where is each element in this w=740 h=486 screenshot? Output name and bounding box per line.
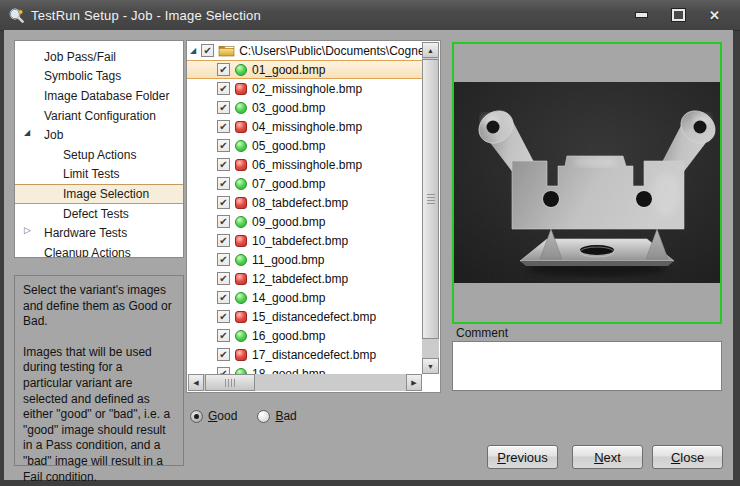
checkbox-icon[interactable]: ✔ (217, 120, 230, 133)
file-row[interactable]: ✔03_good.bmp (187, 98, 423, 117)
comment-input[interactable] (452, 341, 722, 391)
good-status-icon (235, 64, 247, 76)
file-name: 02_missinghole.bmp (252, 82, 362, 96)
file-row[interactable]: ✔10_tabdefect.bmp (187, 231, 423, 250)
scroll-left-button[interactable]: ◀ (188, 374, 204, 391)
expanded-triangle-icon[interactable]: ◢ (24, 128, 30, 137)
close-window-button[interactable]: ✕ (709, 9, 720, 22)
file-row[interactable]: ✔11_good.bmp (187, 250, 423, 269)
radio-good[interactable]: Good (190, 409, 237, 423)
sidebar-item-job-pass-fail[interactable]: Job Pass/Fail (15, 47, 183, 67)
checkbox-icon[interactable]: ✔ (217, 310, 230, 323)
description-paragraph: Select the variant's images and define t… (23, 283, 175, 330)
scroll-down-button[interactable]: ▼ (422, 358, 439, 374)
sidebar-item-defect-tests[interactable]: Defect Tests (15, 204, 183, 224)
checkbox-icon[interactable]: ✔ (217, 177, 230, 190)
sidebar-item-label: Image Selection (15, 187, 149, 201)
horizontal-scrollbar[interactable]: ◀ ▶ (188, 374, 422, 391)
sidebar-item-hardware-tests[interactable]: ▷Hardware Tests (15, 223, 183, 243)
sidebar-item-label: Variant Configuration (15, 109, 156, 123)
file-row[interactable]: ✔12_tabdefect.bmp (187, 269, 423, 288)
checkbox-icon[interactable]: ✔ (217, 101, 230, 114)
close-button[interactable]: Close (652, 445, 723, 469)
checkbox-icon[interactable]: ✔ (217, 139, 230, 152)
checkbox-icon[interactable]: ✔ (217, 215, 230, 228)
bad-status-icon (235, 159, 247, 171)
expanded-triangle-icon[interactable]: ◢ (190, 46, 196, 55)
file-name: 03_good.bmp (252, 101, 325, 115)
radio-label: Good (208, 409, 237, 423)
scroll-right-button[interactable]: ▶ (406, 374, 422, 391)
good-status-icon (235, 254, 247, 266)
sidebar-item-label: Cleanup Actions (15, 246, 131, 258)
checkbox-icon[interactable]: ✔ (217, 158, 230, 171)
sidebar-item-image-selection[interactable]: Image Selection (15, 184, 183, 204)
minimize-button[interactable] (635, 12, 648, 18)
file-name: 12_tabdefect.bmp (252, 272, 348, 286)
sidebar-item-label: Limit Tests (15, 167, 119, 181)
radio-button-icon[interactable] (190, 410, 203, 423)
file-row[interactable]: ✔08_tabdefect.bmp (187, 193, 423, 212)
file-name: 01_good.bmp (252, 63, 325, 77)
description-box: Select the variant's images and define t… (14, 275, 184, 466)
sidebar-item-image-database-folder[interactable]: Image Database Folder (15, 86, 183, 106)
good-status-icon (235, 140, 247, 152)
file-row[interactable]: ✔06_missinghole.bmp (187, 155, 423, 174)
sidebar-item-variant-configuration[interactable]: Variant Configuration (15, 106, 183, 126)
root-folder-path: C:\Users\Public\Documents\Cogne... (239, 44, 423, 58)
folder-root-row[interactable]: ◢ ✔ C:\Users\Public\Documents\Cogne... (187, 41, 423, 60)
vertical-scrollbar[interactable]: ▲ ▼ (422, 42, 439, 374)
classification-radios: GoodBad (190, 409, 297, 423)
sidebar-item-setup-actions[interactable]: Setup Actions (15, 145, 183, 165)
dialog-body: Job Pass/FailSymbolic TagsImage Database… (4, 30, 733, 480)
collapsed-triangle-icon[interactable]: ▷ (24, 225, 31, 235)
checkbox-icon[interactable]: ✔ (217, 348, 230, 361)
checkbox-icon[interactable]: ✔ (201, 44, 214, 57)
bad-status-icon (235, 197, 247, 209)
scroll-up-button[interactable]: ▲ (422, 42, 439, 58)
radio-button-icon[interactable] (257, 410, 270, 423)
checkbox-icon[interactable]: ✔ (217, 329, 230, 342)
sidebar-item-limit-tests[interactable]: Limit Tests (15, 165, 183, 185)
file-tree-rows: ◢ ✔ C:\Users\Public\Documents\Cogne... ✔… (187, 41, 423, 375)
sidebar-item-symbolic-tags[interactable]: Symbolic Tags (15, 67, 183, 87)
good-status-icon (235, 330, 247, 342)
vertical-scroll-thumb[interactable] (422, 59, 439, 339)
file-name: 10_tabdefect.bmp (252, 234, 348, 248)
file-row[interactable]: ✔02_missinghole.bmp (187, 79, 423, 98)
maximize-button[interactable] (672, 9, 685, 21)
checkbox-icon[interactable]: ✔ (217, 291, 230, 304)
checkbox-icon[interactable]: ✔ (217, 63, 230, 76)
sidebar-item-cleanup-actions[interactable]: Cleanup Actions (15, 243, 183, 258)
file-row[interactable]: ✔05_good.bmp (187, 136, 423, 155)
bad-status-icon (235, 83, 247, 95)
file-row[interactable]: ✔09_good.bmp (187, 212, 423, 231)
checkbox-icon[interactable]: ✔ (217, 272, 230, 285)
file-name: 04_missinghole.bmp (252, 120, 362, 134)
previous-button[interactable]: Previous (487, 445, 558, 469)
good-status-icon (235, 102, 247, 114)
next-button[interactable]: Next (572, 445, 643, 469)
file-row[interactable]: ✔17_distancedefect.bmp (187, 345, 423, 364)
file-row[interactable]: ✔15_distancedefect.bmp (187, 307, 423, 326)
checkbox-icon[interactable]: ✔ (217, 234, 230, 247)
file-name: 16_good.bmp (252, 329, 325, 343)
sidebar-item-label: Job Pass/Fail (15, 50, 116, 64)
checkbox-icon[interactable]: ✔ (217, 196, 230, 209)
sidebar-item-label: Job (15, 128, 63, 142)
sidebar-item-job[interactable]: ◢Job (15, 125, 183, 145)
radio-bad[interactable]: Bad (257, 409, 296, 423)
file-row[interactable]: ✔01_good.bmp (187, 60, 423, 79)
file-row[interactable]: ✔07_good.bmp (187, 174, 423, 193)
file-row[interactable]: ✔04_missinghole.bmp (187, 117, 423, 136)
title-bar: TestRun Setup - Job - Image Selection ✕ (0, 0, 740, 31)
file-row[interactable]: ✔14_good.bmp (187, 288, 423, 307)
checkbox-icon[interactable]: ✔ (217, 253, 230, 266)
sidebar-item-label: Image Database Folder (15, 89, 169, 103)
file-name: 06_missinghole.bmp (252, 158, 362, 172)
horizontal-scroll-thumb[interactable] (205, 374, 255, 391)
checkbox-icon[interactable]: ✔ (217, 82, 230, 95)
sidebar-item-label: Symbolic Tags (15, 69, 121, 83)
file-row[interactable]: ✔16_good.bmp (187, 326, 423, 345)
file-name: 17_distancedefect.bmp (252, 348, 376, 362)
